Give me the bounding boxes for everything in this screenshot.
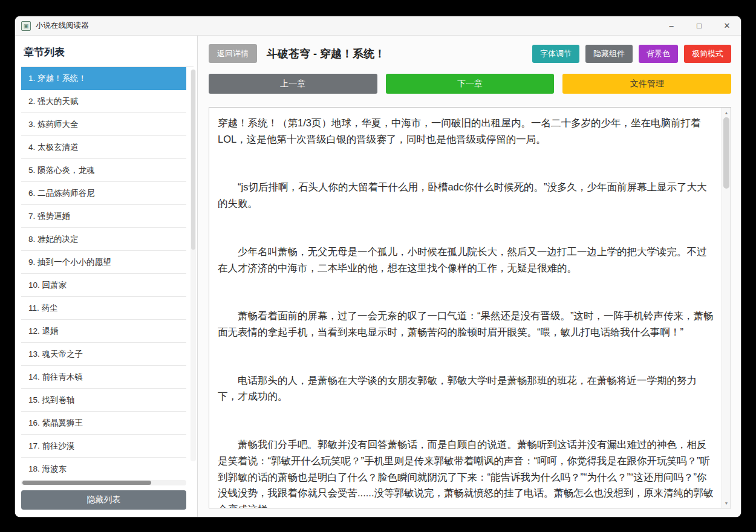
- book-chapter-title: 斗破苍穹 - 穿越！系统！: [267, 47, 385, 61]
- scroll-down-icon[interactable]: ▼: [722, 499, 731, 507]
- window-title: 小说在线阅读器: [36, 21, 89, 31]
- sidebar-vertical-scrollbar-thumb[interactable]: [191, 70, 195, 250]
- chapter-item[interactable]: 16. 紫晶翼狮王: [21, 412, 186, 435]
- sidebar-horizontal-scrollbar-thumb[interactable]: [22, 481, 151, 485]
- prev-chapter-button[interactable]: 上一章: [209, 74, 377, 94]
- reader-main: 返回详情 斗破苍穹 - 穿越！系统！ 字体调节 隐藏组件 背景色 极简模式 上一…: [198, 36, 741, 517]
- reader-vertical-scrollbar[interactable]: ▲ ▼: [722, 108, 731, 508]
- next-chapter-button[interactable]: 下一章: [386, 74, 555, 94]
- hide-widgets-button[interactable]: 隐藏组件: [585, 45, 633, 63]
- paragraph: 萧畅我们分手吧。郭敏并没有回答萧畅话，而是自顾自的说道。萧畅听到这话并没有漏出难…: [218, 436, 715, 508]
- chapter-item[interactable]: 17. 前往沙漠: [21, 435, 186, 458]
- maximize-button[interactable]: □: [685, 16, 713, 35]
- chapter-item[interactable]: 9. 抽到一个小小的愿望: [21, 251, 186, 274]
- chapter-item[interactable]: 8. 雅妃的决定: [21, 228, 186, 251]
- toolbar: 字体调节 隐藏组件 背景色 极简模式: [532, 45, 731, 63]
- chapter-item[interactable]: 15. 找到卷轴: [21, 389, 186, 412]
- hide-list-button[interactable]: 隐藏列表: [21, 490, 186, 510]
- sidebar-horizontal-scrollbar[interactable]: [21, 480, 186, 485]
- chapter-item[interactable]: 5. 陨落心炎，龙魂: [21, 159, 186, 182]
- chapter-item[interactable]: 7. 强势逼婚: [21, 205, 186, 228]
- app-icon: ▣: [21, 21, 31, 31]
- file-manage-button[interactable]: 文件管理: [562, 74, 731, 94]
- chapter-nav: 上一章 下一章 文件管理: [209, 74, 731, 94]
- window-controls: – □ ✕: [657, 16, 741, 35]
- paragraph: 电话那头的人，是萧畅在大学谈的女朋友郭敏，郭敏大学时是萧畅那班的班花，在萧畅将近…: [218, 372, 715, 404]
- chapter-list[interactable]: 1. 穿越！系统！ 2. 强大的天赋 3. 炼药师大全 4. 太极玄清道 5. …: [21, 67, 186, 478]
- desktop-background: ▣ 小说在线阅读器 – □ ✕ 章节列表 1. 穿越！系统！ 2. 强大的天赋 …: [0, 0, 756, 532]
- chapter-item[interactable]: 4. 太极玄清道: [21, 136, 186, 159]
- paragraph: 少年名叫萧畅，无父无母是一个孤儿，小时候在孤儿院长大，然后又一边打工一边上学的把…: [218, 244, 715, 276]
- app-body: 章节列表 1. 穿越！系统！ 2. 强大的天赋 3. 炼药师大全 4. 太极玄清…: [15, 36, 741, 517]
- chapter-item[interactable]: 18. 海波东: [21, 458, 186, 478]
- app-window: ▣ 小说在线阅读器 – □ ✕ 章节列表 1. 穿越！系统！ 2. 强大的天赋 …: [15, 16, 741, 517]
- paragraph: 穿越！系统！（第1/3页）地球，华夏，中海市，一间破旧的出租屋内。一名二十多岁的…: [218, 115, 715, 147]
- novel-text: 穿越！系统！（第1/3页）地球，华夏，中海市，一间破旧的出租屋内。一名二十多岁的…: [209, 108, 722, 508]
- scroll-up-icon[interactable]: ▲: [722, 108, 731, 117]
- chapter-item[interactable]: 11. 药尘: [21, 297, 186, 320]
- chapter-item[interactable]: 13. 魂天帝之子: [21, 343, 186, 366]
- paragraph: 萧畅看着面前的屏幕，过了一会无奈的叹了一口气道：“果然还是没有晋级。”这时，一阵…: [218, 308, 715, 340]
- chapter-item[interactable]: 12. 退婚: [21, 320, 186, 343]
- minimal-mode-button[interactable]: 极简模式: [684, 45, 731, 63]
- chapter-item[interactable]: 3. 炼药师大全: [21, 113, 186, 136]
- chapter-item[interactable]: 2. 强大的天赋: [21, 90, 186, 113]
- chapter-item[interactable]: 1. 穿越！系统！: [21, 67, 186, 90]
- chapter-sidebar: 章节列表 1. 穿越！系统！ 2. 强大的天赋 3. 炼药师大全 4. 太极玄清…: [15, 36, 198, 517]
- minimize-button[interactable]: –: [657, 16, 685, 35]
- sidebar-header: 章节列表: [21, 42, 194, 67]
- back-to-details-button[interactable]: 返回详情: [209, 44, 257, 63]
- chapter-item[interactable]: 10. 回萧家: [21, 274, 186, 297]
- font-adjust-button[interactable]: 字体调节: [532, 45, 579, 63]
- sidebar-vertical-scrollbar[interactable]: [191, 70, 196, 461]
- reader-content-area[interactable]: 穿越！系统！（第1/3页）地球，华夏，中海市，一间破旧的出租屋内。一名二十多岁的…: [209, 107, 731, 508]
- titlebar[interactable]: ▣ 小说在线阅读器 – □ ✕: [15, 16, 741, 36]
- close-button[interactable]: ✕: [713, 16, 741, 35]
- reader-header: 返回详情 斗破苍穹 - 穿越！系统！ 字体调节 隐藏组件 背景色 极简模式: [209, 44, 731, 63]
- background-color-button[interactable]: 背景色: [639, 45, 678, 63]
- paragraph: “js切后排啊，石头人你的大留着干什么用，卧槽adc你什么时候死的。”没多久，少…: [218, 179, 715, 211]
- chapter-item[interactable]: 6. 二品炼药师谷尼: [21, 182, 186, 205]
- chapter-item[interactable]: 14. 前往青木镇: [21, 366, 186, 389]
- reader-scrollbar-thumb[interactable]: [723, 117, 729, 189]
